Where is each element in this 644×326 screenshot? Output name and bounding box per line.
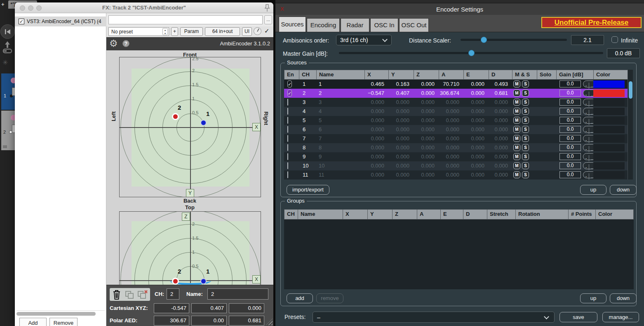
solo-button[interactable]: S	[522, 80, 529, 87]
gear-icon[interactable]: ⚙	[109, 38, 118, 49]
column-header[interactable]: Gain [dB]	[557, 70, 594, 79]
preset-more-button[interactable]: ...	[264, 15, 272, 24]
go-to-start-button[interactable]	[0, 24, 15, 39]
wet-dry-knob[interactable]	[254, 27, 261, 35]
d-cell[interactable]: 0.000	[489, 161, 512, 170]
column-header[interactable]: A	[417, 210, 441, 219]
ch-input[interactable]: 2	[167, 288, 179, 300]
name-cell[interactable]: 8	[316, 143, 364, 152]
column-header[interactable]: CH	[284, 210, 298, 219]
e-cell[interactable]: 0.000	[463, 80, 489, 89]
x-axis-box[interactable]: X	[252, 275, 261, 283]
master-gain-value[interactable]: 0.0 dB	[607, 48, 640, 58]
color-swatch[interactable]	[593, 117, 625, 124]
remove-fx-button[interactable]: Remove	[49, 318, 78, 326]
table-row[interactable]: 5 5 0.000 0.000 0.000 0.000 0.000 0.000 …	[284, 116, 633, 125]
column-header[interactable]: M & S	[512, 70, 537, 79]
name-cell[interactable]: 2	[316, 89, 364, 98]
gain-options-button[interactable]: -...	[583, 90, 593, 97]
radar-elevation-view[interactable]: 2 1.5 1 0.5 Z X 2 1	[119, 211, 261, 285]
bypass-checkmark[interactable]: ✓	[264, 27, 270, 35]
column-header[interactable]: # Points	[569, 210, 596, 219]
ambisonics-order-dropdown[interactable]: 3rd (16 ch)	[336, 35, 392, 45]
solo-button[interactable]: S	[522, 144, 529, 151]
e-cell[interactable]: 0.000	[463, 152, 489, 161]
fx-enable-checkbox[interactable]: ✓	[19, 19, 24, 24]
distance-scaler-thumb[interactable]	[481, 37, 487, 43]
solo-button[interactable]: S	[522, 162, 529, 169]
cartesian-z-input[interactable]: 0.000	[229, 303, 264, 313]
d-cell[interactable]: 0.000	[489, 125, 512, 134]
track-1-panel[interactable]: 1	[1, 73, 15, 110]
gain-options-button[interactable]: -...	[583, 144, 593, 151]
groups-down-button[interactable]: down	[610, 293, 637, 303]
d-cell[interactable]: 0.000	[489, 107, 512, 116]
distance-scaler-slider[interactable]	[461, 39, 567, 41]
encoder-titlebar[interactable]: X Encoder Settings	[275, 3, 644, 15]
mute-button[interactable]: M	[513, 162, 520, 169]
distance-scaler-value[interactable]: 2.1	[571, 35, 604, 45]
z-cell[interactable]: 0.000	[414, 116, 439, 125]
y-cell[interactable]: 0.000	[388, 143, 414, 152]
d-cell[interactable]: 0.000	[489, 134, 512, 143]
preset-dropdown[interactable]: No preset ▴▾	[108, 27, 169, 36]
color-swatch[interactable]	[593, 144, 625, 151]
presets-dropdown[interactable]: –	[313, 312, 555, 323]
x-cell[interactable]: 0.000	[364, 125, 388, 134]
gain-options-button[interactable]: -...	[583, 117, 593, 124]
enable-checkbox[interactable]	[287, 144, 288, 151]
x-axis-box[interactable]: X	[252, 123, 261, 131]
column-header[interactable]: E	[464, 70, 489, 79]
a-cell[interactable]: 0.000	[439, 170, 463, 180]
z-cell[interactable]: 0.000	[414, 98, 439, 107]
import-export-button[interactable]: import/export	[287, 185, 329, 195]
a-cell[interactable]: 0.000	[439, 161, 463, 170]
table-row[interactable]: 9 9 0.000 0.000 0.000 0.000 0.000 0.000 …	[284, 152, 633, 161]
new-tab-button[interactable]: +	[1, 1, 7, 8]
color-swatch[interactable]	[593, 108, 625, 115]
x-cell[interactable]: 0.000	[364, 170, 388, 180]
manage-presets-button[interactable]: manage...	[602, 312, 639, 322]
cartesian-y-input[interactable]: 0.407	[191, 303, 227, 313]
source-1-dot[interactable]	[200, 278, 207, 284]
gain-input[interactable]: 0.0	[559, 90, 581, 97]
mute-button[interactable]: M	[513, 99, 520, 106]
a-cell[interactable]: 306.674	[439, 89, 463, 98]
enable-checkbox[interactable]	[287, 162, 288, 169]
groups-remove-button[interactable]: remove	[316, 293, 343, 303]
color-swatch[interactable]	[593, 90, 625, 97]
column-header[interactable]: Z	[393, 210, 417, 219]
column-header[interactable]: X	[365, 70, 389, 79]
polar-a-input[interactable]: 306.67	[154, 316, 189, 326]
a-cell[interactable]: 0.000	[439, 134, 463, 143]
mute-button[interactable]: M	[513, 80, 520, 87]
column-header[interactable]: D	[463, 210, 487, 219]
gain-input[interactable]: 0.0	[559, 99, 581, 106]
fx-titlebar[interactable]: FX: Track 2 "ICST-AmbiEncoder"	[15, 2, 273, 13]
y-cell[interactable]: 0.000	[388, 125, 414, 134]
name-cell[interactable]: 3	[316, 98, 364, 107]
x-cell[interactable]: 0.000	[364, 98, 388, 107]
column-header[interactable]: Y	[389, 70, 414, 79]
column-header[interactable]: Rotation	[516, 210, 569, 219]
a-cell[interactable]: 0.000	[439, 107, 463, 116]
enable-checkbox[interactable]	[287, 80, 292, 87]
x-cell[interactable]: 0.000	[364, 116, 388, 125]
name-cell[interactable]: 1	[316, 80, 364, 89]
a-cell[interactable]: 0.000	[439, 143, 463, 152]
source-2-dot[interactable]	[172, 113, 179, 120]
enable-checkbox[interactable]	[287, 99, 288, 106]
d-cell[interactable]: 0.000	[489, 98, 512, 107]
column-header[interactable]: Z	[414, 70, 439, 79]
column-header[interactable]: E	[441, 210, 463, 219]
source-1-dot[interactable]	[200, 120, 207, 126]
z-cell[interactable]: 0.000	[414, 170, 439, 180]
d-cell[interactable]: 0.000	[489, 170, 512, 180]
a-cell[interactable]: 0.000	[439, 98, 463, 107]
radar-top-view[interactable]: 2.5 2 1.5 1 0.5 X Y 2 1	[119, 57, 261, 197]
gain-options-button[interactable]: -...	[583, 80, 593, 87]
color-swatch[interactable]	[593, 126, 625, 133]
mute-button[interactable]: M	[513, 117, 520, 124]
table-row[interactable]: 1 1 0.465 0.163 0.000 70.710 0.000 0.493…	[284, 80, 633, 89]
master-gain-thumb[interactable]	[468, 50, 475, 56]
